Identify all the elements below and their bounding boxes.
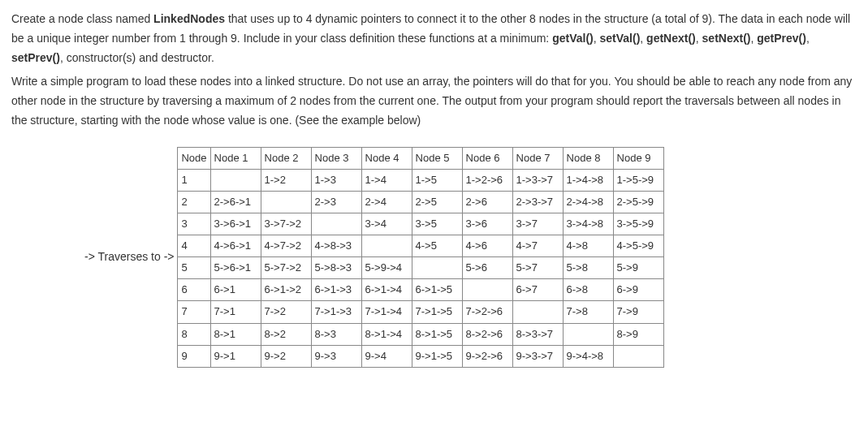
- cell: 6: [178, 279, 210, 301]
- func-setval: setVal(): [600, 32, 641, 45]
- cell: 4->6->1: [210, 235, 261, 257]
- cell: 1->5->9: [613, 169, 663, 191]
- cell: 2->6: [462, 191, 512, 213]
- cell: 1->4: [361, 169, 412, 191]
- cell: 3->6: [462, 213, 512, 235]
- cell: 8->9: [613, 323, 663, 345]
- cell: 2->4->8: [563, 191, 613, 213]
- cell: 3->7->2: [261, 213, 311, 235]
- cell: 4->8: [563, 235, 613, 257]
- cell: 9->2: [261, 345, 311, 367]
- cell: 4->6: [462, 235, 512, 257]
- cell: 6->1->4: [361, 279, 412, 301]
- cell: 4->8->3: [311, 235, 361, 257]
- text: , constructor(s) and destructor.: [60, 51, 214, 64]
- cell: 9->3: [311, 345, 361, 367]
- cell: 7: [178, 301, 210, 323]
- table-header-row: Node Node 1 Node 2 Node 3 Node 4 Node 5 …: [178, 147, 663, 169]
- table-container: -> Traverses to -> Node Node 1 Node 2 No…: [84, 147, 857, 368]
- cell: 1->3->7: [512, 169, 563, 191]
- cell: 9->3->7: [512, 345, 563, 367]
- text: ,: [806, 32, 810, 45]
- cell: 5->9: [613, 257, 663, 279]
- cell: 3->4->8: [563, 213, 613, 235]
- cell: 6->9: [613, 279, 663, 301]
- cell: 8->3->7: [512, 323, 563, 345]
- func-setnext: setNext(): [702, 32, 751, 45]
- cell: [210, 169, 261, 191]
- cell: 5->7->2: [261, 257, 311, 279]
- cell: 9->1->5: [412, 345, 462, 367]
- cell: 8: [178, 323, 210, 345]
- cell: 6->8: [563, 279, 613, 301]
- header-cell: Node 9: [613, 147, 663, 169]
- cell: 3->6->1: [210, 213, 261, 235]
- cell: 1->5: [412, 169, 462, 191]
- table-row: 2 2->6->1 2->3 2->4 2->5 2->6 2->3->7 2-…: [178, 191, 663, 213]
- table-row: 1 1->2 1->3 1->4 1->5 1->2->6 1->3->7 1-…: [178, 169, 663, 191]
- cell: 5->8: [563, 257, 613, 279]
- cell: 4: [178, 235, 210, 257]
- table-row: 3 3->6->1 3->7->2 3->4 3->5 3->6 3->7 3-…: [178, 213, 663, 235]
- cell: 9->4: [361, 345, 412, 367]
- cell: 3->7: [512, 213, 563, 235]
- cell: [512, 301, 563, 323]
- cell: [412, 257, 462, 279]
- cell: 6->1: [210, 279, 261, 301]
- cell: 4->5->9: [613, 235, 663, 257]
- cell: 5->7: [512, 257, 563, 279]
- cell: 8->2: [261, 323, 311, 345]
- header-cell: Node 3: [311, 147, 361, 169]
- cell: 7->1: [210, 301, 261, 323]
- cell: 5: [178, 257, 210, 279]
- cell: 2->4: [361, 191, 412, 213]
- cell: 6->1->5: [412, 279, 462, 301]
- header-cell: Node 4: [361, 147, 412, 169]
- cell: [462, 279, 512, 301]
- cell: 3->4: [361, 213, 412, 235]
- cell: [613, 345, 663, 367]
- func-getval: getVal(): [552, 32, 594, 45]
- cell: [361, 235, 412, 257]
- cell: 6->1->3: [311, 279, 361, 301]
- cell: 3->5: [412, 213, 462, 235]
- header-cell: Node 1: [210, 147, 261, 169]
- func-getprev: getPrev(): [757, 32, 806, 45]
- header-cell: Node 8: [563, 147, 613, 169]
- cell: 2->5->9: [613, 191, 663, 213]
- table-row: 6 6->1 6->1->2 6->1->3 6->1->4 6->1->5 6…: [178, 279, 663, 301]
- func-setprev: setPrev(): [11, 51, 60, 64]
- text: ,: [594, 32, 600, 45]
- cell: [563, 323, 613, 345]
- traversal-table: Node Node 1 Node 2 Node 3 Node 4 Node 5 …: [177, 147, 663, 368]
- paragraph-2: Write a simple program to load these nod…: [11, 72, 857, 130]
- cell: 7->9: [613, 301, 663, 323]
- cell: 5->6: [462, 257, 512, 279]
- cell: 7->1->4: [361, 301, 412, 323]
- cell: 5->8->3: [311, 257, 361, 279]
- table-row: 7 7->1 7->2 7->1->3 7->1->4 7->1->5 7->2…: [178, 301, 663, 323]
- cell: 8->2->6: [462, 323, 512, 345]
- func-getnext: getNext(): [646, 32, 696, 45]
- cell: 8->3: [311, 323, 361, 345]
- traverses-label: -> Traverses to ->: [84, 248, 177, 267]
- cell: [261, 191, 311, 213]
- header-cell: Node: [178, 147, 210, 169]
- cell: 5->9->4: [361, 257, 412, 279]
- cell: 2->6->1: [210, 191, 261, 213]
- cell: 1->4->8: [563, 169, 613, 191]
- cell: 2->3: [311, 191, 361, 213]
- text: ,: [696, 32, 702, 45]
- cell: 7->8: [563, 301, 613, 323]
- cell: 9: [178, 345, 210, 367]
- cell: 5->6->1: [210, 257, 261, 279]
- cell: 3->5->9: [613, 213, 663, 235]
- cell: 8->1->5: [412, 323, 462, 345]
- paragraph-1: Create a node class named LinkedNodes th…: [11, 10, 857, 67]
- cell: 6->7: [512, 279, 563, 301]
- cell: 3: [178, 213, 210, 235]
- cell: 1->2->6: [462, 169, 512, 191]
- cell: 8->1->4: [361, 323, 412, 345]
- table-row: 4 4->6->1 4->7->2 4->8->3 4->5 4->6 4->7…: [178, 235, 663, 257]
- cell: 4->7: [512, 235, 563, 257]
